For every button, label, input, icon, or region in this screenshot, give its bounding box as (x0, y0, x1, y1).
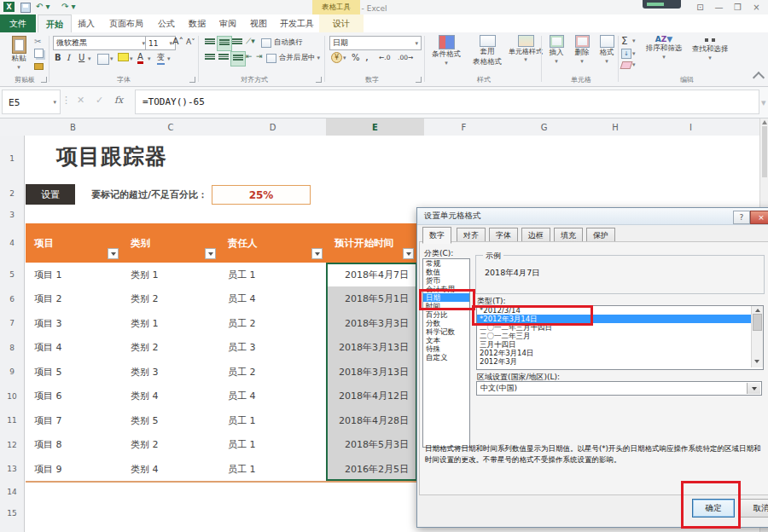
dialog-title-bar[interactable]: 设置单元格格式 (417, 208, 768, 225)
redo-icon[interactable]: ↷ ▾ (61, 2, 76, 11)
category-item[interactable]: 特殊 (423, 344, 469, 353)
row-header-13[interactable]: 13 (0, 457, 25, 482)
autosum-icon[interactable]: Σ (621, 35, 628, 47)
save-icon[interactable] (20, 3, 31, 13)
cell-styles-button[interactable]: 单元格样式▾ (509, 35, 543, 63)
fill-color-dropdown-icon[interactable]: ▾ (130, 55, 133, 62)
scroll-up-icon[interactable] (755, 309, 760, 312)
category-item[interactable]: 科学记数 (423, 327, 469, 336)
flag-percentage-value[interactable]: 25% (212, 185, 311, 205)
name-box-dropdown-icon[interactable]: ▾ (53, 99, 56, 106)
clipboard-dialog-launcher-icon[interactable] (41, 77, 47, 83)
type-list[interactable]: *2012/3/14 *2012年3月14日 二〇一二年三月十四日 二〇一二年三… (476, 305, 764, 370)
combo-dropdown-icon[interactable] (747, 383, 760, 394)
table-row[interactable]: 项目 5类别 3 员工 22018年3月13日 (26, 360, 417, 385)
borders-dropdown-icon[interactable]: ▾ (110, 55, 113, 62)
col-header-I[interactable]: I (646, 119, 736, 136)
col-header-B[interactable]: B (24, 119, 123, 136)
filter-dropdown-icon[interactable] (403, 248, 414, 259)
row-header-11[interactable]: 11 (0, 408, 25, 433)
type-list-scrollbar[interactable] (751, 306, 763, 367)
row-header-12[interactable]: 12 (0, 432, 25, 458)
dialog-close-icon[interactable]: × (750, 211, 768, 224)
row-header-10[interactable]: 10 (0, 384, 25, 409)
decrease-decimal-icon[interactable]: .00→ (398, 54, 413, 61)
dialog-tab-number[interactable]: 数字 (422, 227, 451, 244)
alignment-dialog-launcher-icon[interactable] (316, 77, 322, 83)
table-row[interactable]: 项目 6类别 4 员工 42018年4月12日 (26, 384, 417, 409)
scroll-up-icon[interactable] (762, 120, 767, 124)
ribbon-options-icon[interactable]: ⊡ (694, 2, 707, 13)
row-header-8[interactable]: 8 (0, 335, 25, 361)
row-header-14[interactable]: 14 (0, 481, 25, 503)
phonetic-icon[interactable]: 变 (157, 52, 165, 65)
align-center-icon[interactable] (217, 51, 230, 65)
row-header-6[interactable]: 6 (0, 286, 25, 312)
filter-dropdown-icon[interactable] (108, 248, 119, 259)
formula-input[interactable]: =TODAY()-65 (135, 90, 759, 114)
scrollbar-thumb[interactable] (762, 126, 767, 177)
borders-icon[interactable] (97, 54, 109, 65)
category-item[interactable]: 货币 (423, 276, 469, 285)
category-list[interactable]: 常规 数值 货币 会计专用 日期 时间 百分比 分数 科学记数 文本 特殊 自定… (422, 258, 470, 448)
col-header-E[interactable]: E (326, 119, 425, 137)
category-item[interactable]: 时间 (423, 302, 469, 310)
filter-dropdown-icon[interactable] (205, 248, 216, 259)
number-dialog-launcher-icon[interactable] (416, 77, 422, 83)
increase-decimal-icon[interactable]: ←.0 (379, 54, 390, 61)
restore-icon[interactable]: ❒ (731, 2, 744, 13)
category-item[interactable]: 百分比 (423, 310, 469, 319)
row-header-partial[interactable] (0, 523, 25, 532)
row-header-3[interactable]: 3 (0, 206, 25, 224)
table-row[interactable]: 项目 7类别 5 员工 12018年4月28日 (26, 408, 417, 433)
type-item[interactable]: 三月十四日 (477, 340, 763, 349)
type-item-selected[interactable]: *2012年3月14日 (477, 315, 763, 323)
close-icon[interactable]: × (750, 2, 763, 13)
find-select-button[interactable]: 查找和选择▾ (688, 35, 732, 61)
scrollbar-thumb[interactable] (753, 314, 762, 331)
copy-icon[interactable] (34, 49, 44, 58)
fill-icon[interactable]: ↓ (621, 49, 631, 59)
select-all-corner[interactable] (0, 119, 25, 136)
accounting-dropdown-icon[interactable]: ▾ (343, 55, 346, 61)
table-row[interactable]: 项目 1类别 1 员工 12018年4月7日 (26, 263, 417, 287)
type-item[interactable]: 二〇一二年三月十四日 (477, 323, 763, 332)
tab-page-layout[interactable]: 页面布局 (102, 14, 150, 32)
type-item[interactable]: 二〇一二年三月 (477, 332, 763, 340)
clear-dropdown-icon[interactable]: ▾ (632, 61, 636, 68)
col-header-partial[interactable] (736, 119, 760, 136)
cancel-entry-icon[interactable]: ✕ (77, 95, 84, 106)
row-header-5[interactable]: 5 (0, 263, 25, 287)
category-item[interactable]: 数值 (423, 268, 469, 276)
filter-dropdown-icon[interactable] (311, 248, 323, 259)
grow-font-icon[interactable]: A˄ (172, 36, 183, 47)
font-name-combo[interactable]: 微软雅黑▾ (53, 36, 148, 50)
row-header-7[interactable]: 7 (0, 311, 25, 336)
tab-formulas[interactable]: 公式 (152, 14, 181, 32)
col-header-H[interactable]: H (585, 119, 647, 136)
category-item[interactable]: 文本 (423, 336, 469, 344)
undo-icon[interactable]: ↶ ▾ (36, 2, 50, 11)
phonetic-dropdown-icon[interactable]: ▾ (167, 55, 171, 62)
name-box[interactable]: E5 ▾ (2, 90, 61, 114)
formula-bar-expand-icon[interactable]: ▾ (761, 97, 766, 108)
decrease-indent-icon[interactable]: ⇤ (246, 52, 253, 61)
align-left-icon[interactable] (203, 51, 217, 65)
col-header-C[interactable]: C (122, 119, 220, 136)
category-item[interactable]: 会计专用 (423, 285, 469, 293)
row-header-15[interactable]: 15 (0, 502, 25, 524)
dialog-help-icon[interactable]: ? (733, 211, 750, 224)
table-row[interactable]: 项目 2类别 2 员工 42018年5月1日 (26, 286, 417, 312)
row-header-1[interactable]: 1 (0, 136, 25, 182)
comma-style-button[interactable]: , (365, 51, 369, 63)
tab-review[interactable]: 审阅 (213, 14, 242, 32)
category-item[interactable]: 分数 (423, 319, 469, 327)
table-row[interactable]: 项目 4类别 2 员工 32018年3月13日 (26, 335, 417, 361)
tab-file[interactable]: 文件 (0, 14, 36, 32)
conditional-formatting-button[interactable]: 条件格式▾ (427, 35, 466, 66)
font-color-icon[interactable]: A (137, 52, 143, 64)
align-top-icon[interactable] (203, 36, 217, 49)
collapse-ribbon-icon[interactable] (753, 72, 765, 84)
format-as-table-button[interactable]: 套用表格格式 (468, 35, 507, 67)
category-item[interactable]: 自定义 (423, 353, 469, 361)
